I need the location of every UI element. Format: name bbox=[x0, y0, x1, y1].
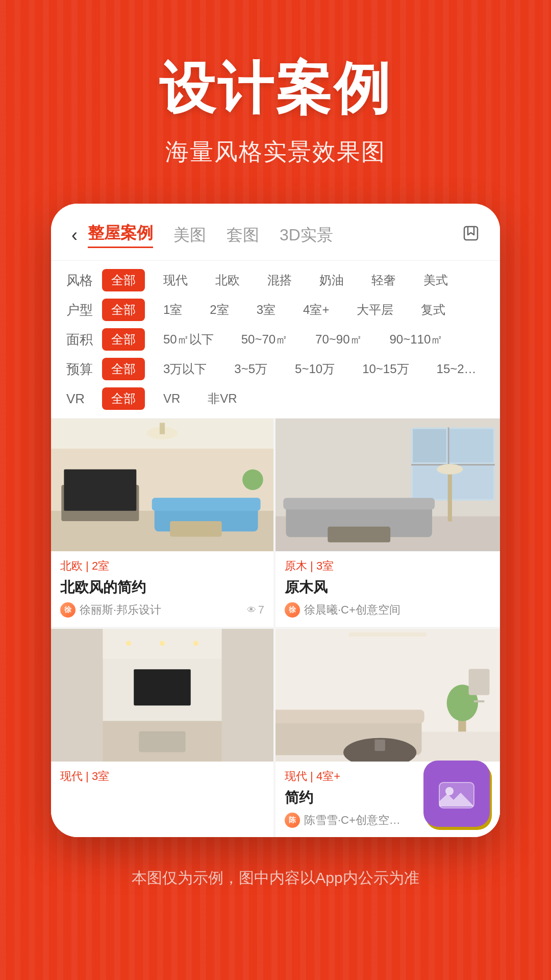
svg-rect-18 bbox=[449, 429, 493, 462]
nav-tabs: 整屋案例 美图 套图 3D实景 bbox=[88, 222, 462, 248]
page-wrapper: 设计案例 海量风格实景效果图 ‹ 整屋案例 美图 套图 3D实景 风格 bbox=[0, 0, 551, 929]
svg-rect-41 bbox=[374, 740, 385, 751]
svg-rect-23 bbox=[448, 469, 452, 521]
filter-type-1room[interactable]: 1室 bbox=[154, 299, 191, 321]
svg-point-33 bbox=[126, 641, 131, 646]
eye-icon-1: 👁 bbox=[247, 605, 256, 616]
filter-type-4room[interactable]: 4室+ bbox=[294, 299, 338, 321]
author-info-4: 陈 陈雪雪·C+创意空… bbox=[285, 813, 400, 828]
room-image-2 bbox=[276, 419, 500, 551]
item-meta-2: 原木 | 3室 原木风 徐 徐晨曦·C+创意空间 bbox=[276, 551, 500, 627]
author-info-1: 徐 徐丽斯·邦乐设计 bbox=[60, 602, 161, 618]
filter-style-light-luxury[interactable]: 轻奢 bbox=[362, 269, 405, 291]
filter-style-all[interactable]: 全部 bbox=[102, 269, 145, 291]
filter-label-vr: VR bbox=[66, 391, 93, 407]
filter-style-modern[interactable]: 现代 bbox=[154, 269, 197, 291]
filter-label-type: 户型 bbox=[66, 301, 93, 319]
svg-rect-11 bbox=[160, 423, 165, 434]
filter-type-3room[interactable]: 3室 bbox=[247, 299, 285, 321]
filter-vr-all[interactable]: 全部 bbox=[102, 387, 145, 410]
room-image-1 bbox=[51, 419, 273, 551]
svg-rect-8 bbox=[170, 521, 221, 536]
item-style-tag-2: 原木 | 3室 bbox=[285, 558, 491, 574]
svg-point-35 bbox=[193, 641, 198, 646]
filter-style-nordic[interactable]: 北欧 bbox=[206, 269, 249, 291]
filter-row-type: 户型 全部 1室 2室 3室 4室+ 大平层 复式 bbox=[66, 299, 485, 321]
filter-style-mixed[interactable]: 混搭 bbox=[258, 269, 301, 291]
svg-rect-30 bbox=[222, 629, 273, 762]
filter-area-70-90[interactable]: 70~90㎡ bbox=[306, 328, 371, 351]
author-name-4: 陈雪雪·C+创意空… bbox=[304, 813, 400, 828]
filter-budget-10-15w[interactable]: 10~15万 bbox=[353, 358, 418, 380]
grid-item-3[interactable]: 现代 | 3室 bbox=[51, 627, 276, 837]
hero-subtitle: 海量风格实景效果图 bbox=[165, 136, 386, 168]
filter-budget-15w[interactable]: 15~2… bbox=[428, 359, 486, 379]
room-image-3 bbox=[51, 629, 273, 762]
filter-budget-5-10w[interactable]: 5~10万 bbox=[286, 358, 344, 380]
filter-style-cream[interactable]: 奶油 bbox=[310, 269, 353, 291]
svg-point-9 bbox=[242, 470, 263, 491]
tab-beauty[interactable]: 美图 bbox=[173, 224, 206, 247]
phone-card: ‹ 整屋案例 美图 套图 3D实景 风格 全部 现代 北欧 bbox=[51, 204, 500, 837]
filter-vr-no[interactable]: 非VR bbox=[198, 387, 246, 410]
grid-item-1[interactable]: 北欧 | 2室 北欧风的简约 徐 徐丽斯·邦乐设计 👁 7 bbox=[51, 419, 276, 627]
svg-rect-17 bbox=[413, 429, 446, 462]
item-style-tag-1: 北欧 | 2室 bbox=[60, 558, 264, 574]
filter-type-duplex[interactable]: 复式 bbox=[412, 299, 455, 321]
bookmark-icon[interactable] bbox=[462, 225, 480, 246]
item-author-row-2: 徐 徐晨曦·C+创意空间 bbox=[285, 602, 491, 618]
svg-rect-7 bbox=[152, 498, 261, 510]
filter-area-50-70[interactable]: 50~70㎡ bbox=[232, 328, 297, 351]
item-author-row-1: 徐 徐丽斯·邦乐设计 👁 7 bbox=[60, 602, 264, 618]
svg-rect-46 bbox=[474, 700, 484, 702]
view-number-1: 7 bbox=[258, 603, 264, 617]
svg-rect-22 bbox=[328, 527, 390, 543]
grid-item-4[interactable]: 现代 | 4室+ 简约 陈 陈雪雪·C+创意空… bbox=[276, 627, 500, 837]
filter-type-all[interactable]: 全部 bbox=[102, 299, 145, 321]
filter-row-style: 风格 全部 现代 北欧 混搭 奶油 轻奢 美式 bbox=[66, 269, 485, 291]
filter-type-2room[interactable]: 2室 bbox=[201, 299, 238, 321]
tab-3d[interactable]: 3D实景 bbox=[280, 224, 333, 247]
author-name-1: 徐丽斯·邦乐设计 bbox=[80, 602, 161, 618]
svg-point-49 bbox=[445, 787, 454, 795]
filter-budget-all[interactable]: 全部 bbox=[102, 358, 145, 380]
item-meta-3: 现代 | 3室 bbox=[51, 762, 273, 797]
tab-whole-house[interactable]: 整屋案例 bbox=[88, 222, 153, 248]
filter-area-90-110[interactable]: 90~110㎡ bbox=[381, 328, 453, 351]
item-name-2: 原木风 bbox=[285, 578, 491, 597]
filter-type-penthouse[interactable]: 大平层 bbox=[347, 299, 403, 321]
placeholder-image-icon bbox=[423, 761, 490, 827]
filter-vr-yes[interactable]: VR bbox=[154, 388, 189, 409]
svg-rect-31 bbox=[134, 669, 191, 705]
filter-row-area: 面积 全部 50㎡以下 50~70㎡ 70~90㎡ 90~110㎡ bbox=[66, 328, 485, 351]
svg-rect-21 bbox=[283, 498, 435, 510]
svg-rect-5 bbox=[64, 470, 136, 511]
author-avatar-2: 徐 bbox=[285, 602, 300, 618]
image-grid: 北欧 | 2室 北欧风的简约 徐 徐丽斯·邦乐设计 👁 7 bbox=[51, 419, 500, 837]
author-name-2: 徐晨曦·C+创意空间 bbox=[304, 602, 400, 618]
back-button[interactable]: ‹ bbox=[71, 225, 78, 246]
svg-rect-29 bbox=[51, 629, 103, 762]
svg-point-24 bbox=[437, 464, 463, 474]
hero-title: 设计案例 bbox=[159, 51, 392, 127]
filter-row-budget: 预算 全部 3万以下 3~5万 5~10万 10~15万 15~2… bbox=[66, 358, 485, 380]
filter-area-50[interactable]: 50㎡以下 bbox=[154, 328, 223, 351]
filter-style-american[interactable]: 美式 bbox=[414, 269, 457, 291]
filters-section: 风格 全部 现代 北欧 混搭 奶油 轻奢 美式 户型 全部 1室 2室 3室 4… bbox=[51, 261, 500, 419]
item-name-1: 北欧风的简约 bbox=[60, 578, 264, 597]
svg-point-34 bbox=[160, 641, 165, 646]
filter-row-vr: VR 全部 VR 非VR bbox=[66, 387, 485, 410]
filter-budget-3w[interactable]: 3万以下 bbox=[154, 358, 216, 380]
svg-rect-44 bbox=[348, 632, 427, 636]
author-avatar-4: 陈 bbox=[285, 813, 300, 828]
filter-budget-3-5w[interactable]: 3~5万 bbox=[225, 358, 277, 380]
filter-label-budget: 预算 bbox=[66, 360, 93, 378]
tab-set[interactable]: 套图 bbox=[227, 224, 259, 247]
item-meta-1: 北欧 | 2室 北欧风的简约 徐 徐丽斯·邦乐设计 👁 7 bbox=[51, 551, 273, 627]
svg-rect-39 bbox=[276, 709, 424, 723]
filter-area-all[interactable]: 全部 bbox=[102, 328, 145, 351]
grid-item-2[interactable]: 原木 | 3室 原木风 徐 徐晨曦·C+创意空间 bbox=[276, 419, 500, 627]
author-info-2: 徐 徐晨曦·C+创意空间 bbox=[285, 602, 400, 618]
filter-label-area: 面积 bbox=[66, 331, 93, 349]
card-nav: ‹ 整屋案例 美图 套图 3D实景 bbox=[51, 204, 500, 261]
